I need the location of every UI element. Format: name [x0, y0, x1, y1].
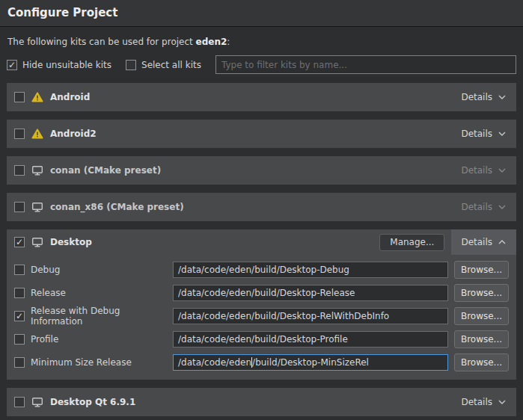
config-label: Minimum Size Release	[31, 357, 173, 368]
config-label: Profile	[31, 334, 173, 345]
chevron-down-icon	[498, 131, 507, 137]
kit-row-conan-x86: conan_x86 (CMake preset) Details	[7, 193, 516, 221]
config-checkbox[interactable]: ✓	[14, 311, 25, 321]
build-config-row-minsizerel: Minimum Size Release /data/code/eden/bui…	[7, 354, 516, 371]
chevron-up-icon	[498, 239, 507, 245]
build-config-row-relwithdebinfo: ✓ Release with Debug Information Browse.…	[7, 308, 516, 324]
kit-row-android: Android Details	[7, 83, 516, 111]
filter-toolbar: ✓ Hide unsuitable kits Select all kits	[7, 55, 516, 74]
browse-button[interactable]: Browse...	[454, 284, 509, 302]
details-label: Details	[461, 165, 492, 176]
config-label: Debug	[31, 265, 173, 275]
kit-row-android2: Android2 Details	[7, 120, 516, 148]
checkbox-icon: ✓	[7, 60, 17, 70]
kit-name: Android	[50, 92, 90, 102]
desktop-icon	[31, 202, 43, 212]
manage-kits-button[interactable]: Manage...	[379, 234, 444, 251]
kit-row-desktop: ✓ Desktop Manage... Details	[7, 229, 516, 255]
kit-row-left: Android	[14, 92, 451, 102]
browse-button[interactable]: Browse...	[454, 330, 509, 348]
desktop-icon	[31, 237, 43, 247]
build-dir-input-focused[interactable]: /data/code/eden/build/Desktop-MinSizeRel	[173, 354, 448, 371]
checkbox-icon	[126, 60, 136, 70]
build-config-row-profile: Profile Browse...	[7, 331, 516, 348]
select-all-kits-checkbox[interactable]: Select all kits	[126, 60, 201, 70]
page-title: Configure Project	[7, 6, 117, 19]
intro-text: The following kits can be used for proje…	[7, 37, 516, 47]
build-dir-input[interactable]	[173, 308, 448, 324]
desktop-icon	[31, 165, 43, 176]
chevron-down-icon	[498, 399, 507, 405]
details-button[interactable]: Details	[451, 388, 516, 416]
details-label: Details	[461, 397, 492, 407]
kit-name: Android2	[50, 129, 97, 139]
kit-filter-input[interactable]	[215, 55, 516, 74]
kit-checkbox[interactable]	[14, 129, 25, 139]
config-checkbox[interactable]	[14, 334, 25, 345]
browse-button[interactable]: Browse...	[454, 307, 509, 325]
config-label: Release with Debug Information	[31, 306, 173, 327]
kit-row-left: conan_x86 (CMake preset)	[14, 202, 451, 212]
browse-button[interactable]: Browse...	[454, 261, 509, 279]
kit-name: conan (CMake preset)	[50, 165, 161, 176]
chevron-down-icon	[498, 167, 507, 173]
details-label: Details	[461, 237, 492, 247]
kit-checkbox[interactable]	[14, 165, 25, 176]
kit-row-desktop-qt: Desktop Qt 6.9.1 Details	[7, 388, 516, 416]
desktop-icon	[31, 397, 43, 407]
config-checkbox[interactable]	[14, 357, 25, 368]
config-checkbox[interactable]	[14, 288, 25, 298]
hide-unsuitable-kits-label: Hide unsuitable kits	[22, 60, 111, 70]
select-all-kits-label: Select all kits	[141, 60, 201, 70]
build-dir-input[interactable]	[173, 331, 448, 348]
config-label: Release	[31, 288, 173, 298]
kit-row-left: conan (CMake preset)	[14, 165, 451, 176]
config-checkbox[interactable]	[14, 265, 25, 275]
kit-name: Desktop	[50, 237, 92, 247]
kit-panel-desktop: ✓ Desktop Manage... Details Debug Browse…	[7, 229, 516, 380]
kit-row-left: Desktop Qt 6.9.1	[14, 397, 451, 407]
path-text-after-cursor: /build/Desktop-MinSizeRel	[252, 357, 369, 368]
page-header: Configure Project	[0, 0, 523, 27]
warning-icon	[31, 129, 43, 139]
path-text-before-cursor: /data/code/eden	[178, 357, 251, 368]
kit-checkbox[interactable]	[14, 92, 25, 102]
chevron-down-icon	[498, 204, 507, 210]
project-name: eden2	[196, 37, 227, 47]
kit-row-left: ✓ Desktop	[14, 237, 379, 247]
hide-unsuitable-kits-checkbox[interactable]: ✓ Hide unsuitable kits	[7, 60, 111, 70]
build-config-row-debug: Debug Browse...	[7, 262, 516, 278]
warning-icon	[31, 92, 43, 102]
kit-row-left: Android2	[14, 129, 451, 139]
build-config-row-release: Release Browse...	[7, 285, 516, 301]
details-label: Details	[461, 129, 492, 139]
intro-prefix: The following kits can be used for proje…	[7, 37, 196, 47]
kit-name: conan_x86 (CMake preset)	[50, 202, 184, 212]
details-button[interactable]: Details	[451, 83, 516, 111]
build-dir-input[interactable]	[173, 285, 448, 301]
details-label: Details	[461, 202, 492, 212]
details-button[interactable]: Details	[451, 120, 516, 148]
kit-checkbox[interactable]	[14, 397, 25, 407]
build-dir-input[interactable]	[173, 262, 448, 278]
kit-checkbox[interactable]	[14, 202, 25, 212]
details-button[interactable]: Details	[451, 156, 516, 185]
kit-row-conan: conan (CMake preset) Details	[7, 156, 516, 185]
details-button[interactable]: Details	[451, 229, 516, 255]
browse-button[interactable]: Browse...	[454, 353, 509, 371]
kit-checkbox[interactable]: ✓	[14, 237, 25, 247]
intro-suffix: :	[227, 37, 230, 47]
details-label: Details	[461, 92, 492, 102]
configure-project-content: The following kits can be used for proje…	[0, 37, 523, 416]
kit-name: Desktop Qt 6.9.1	[50, 397, 135, 407]
details-button[interactable]: Details	[451, 193, 516, 221]
chevron-down-icon	[498, 94, 507, 100]
